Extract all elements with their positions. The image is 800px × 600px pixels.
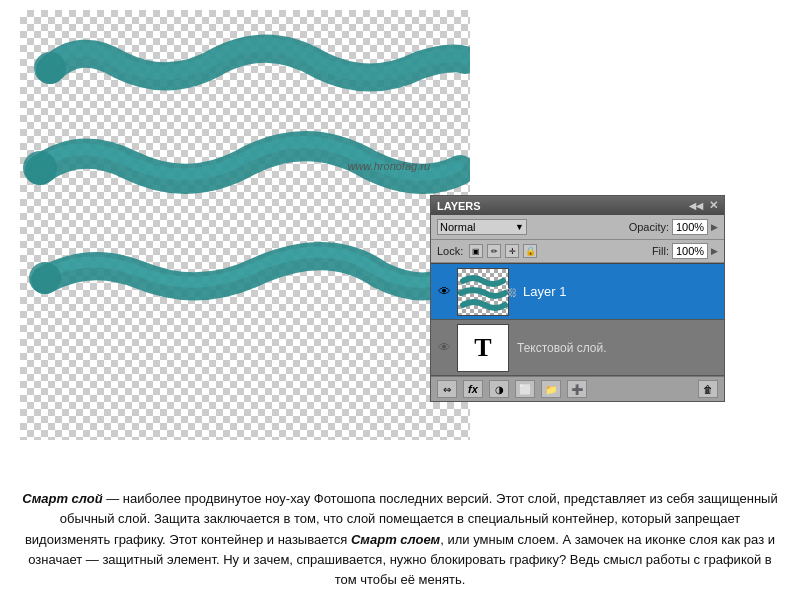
layers-list: 👁 ⛓ Layer 1 👁	[431, 263, 724, 376]
svg-point-1	[23, 151, 57, 185]
delete-layer-button[interactable]: 🗑	[698, 380, 718, 398]
lock-all-icon[interactable]: 🔒	[523, 244, 537, 258]
new-adjustment-button[interactable]: ◑	[489, 380, 509, 398]
link-layers-button[interactable]: ⇔	[437, 380, 457, 398]
text-layer-T-icon: T	[474, 333, 491, 363]
text-layer-thumbnail: T	[457, 324, 509, 372]
layer1-name: Layer 1	[523, 284, 720, 299]
body-text-area: Смарт слой — наиболее продвинутое ноу-ха…	[20, 489, 780, 590]
lock-fill-row: Lock: ▣ ✏ ✛ 🔒 Fill: 100% ▶	[431, 240, 724, 263]
canvas-area: www.hronofag.ru	[20, 10, 470, 440]
opacity-input[interactable]: 100%	[672, 219, 708, 235]
blend-mode-dropdown[interactable]: Normal ▼	[437, 219, 527, 235]
opacity-arrow-icon[interactable]: ▶	[711, 222, 718, 232]
opacity-control: Opacity: 100% ▶	[629, 219, 718, 235]
layers-panel-title: LAYERS	[437, 200, 481, 212]
lock-label: Lock:	[437, 245, 463, 257]
lock-icons-group: ▣ ✏ ✛ 🔒	[469, 244, 537, 258]
svg-point-2	[29, 262, 61, 294]
lock-brush-icon[interactable]: ✏	[487, 244, 501, 258]
layer1-chain-icon: ⛓	[507, 286, 517, 297]
svg-point-0	[34, 52, 66, 84]
body-text-paragraph: Смарт слой — наиболее продвинутое ноу-ха…	[20, 489, 780, 590]
layer1-visibility-icon[interactable]: 👁	[435, 283, 453, 301]
new-layer-button[interactable]: ➕	[567, 380, 587, 398]
fill-control: Fill: 100% ▶	[652, 243, 718, 259]
layers-panel: LAYERS ◀◀ ✕ Normal ▼ Opacity: 100% ▶ Loc…	[430, 195, 725, 402]
smart-layer-term: Смарт слоем	[351, 532, 440, 547]
layer1-thumb-svg	[458, 269, 508, 315]
lock-pixel-icon[interactable]: ▣	[469, 244, 483, 258]
panel-collapse-buttons[interactable]: ◀◀ ✕	[689, 199, 718, 212]
text-layer-visibility-icon[interactable]: 👁	[435, 339, 453, 357]
opacity-label: Opacity:	[629, 221, 669, 233]
new-group-button[interactable]: 📁	[541, 380, 561, 398]
layer1-thumbnail	[457, 268, 509, 316]
watermark-text: www.hronofag.ru	[347, 160, 430, 172]
blend-opacity-row: Normal ▼ Opacity: 100% ▶	[431, 215, 724, 240]
close-icon[interactable]: ✕	[709, 199, 718, 212]
lock-move-icon[interactable]: ✛	[505, 244, 519, 258]
layers-title-bar: LAYERS ◀◀ ✕	[431, 196, 724, 215]
layer-item-layer1[interactable]: 👁 ⛓ Layer 1	[431, 264, 724, 320]
brush-strokes-svg	[20, 10, 470, 440]
layer1-thumbnail-wrapper: ⛓	[457, 268, 509, 316]
blend-mode-value: Normal	[440, 221, 475, 233]
fill-arrow-icon[interactable]: ▶	[711, 246, 718, 256]
double-arrow-icon: ◀◀	[689, 201, 703, 211]
text-layer-name: Текстовой слой.	[517, 341, 720, 355]
layers-toolbar: ⇔ fx ◑ ⬜ 📁 ➕ 🗑	[431, 376, 724, 401]
layer-item-text[interactable]: 👁 T Текстовой слой.	[431, 320, 724, 376]
blend-mode-arrow-icon: ▼	[515, 222, 524, 232]
fill-input[interactable]: 100%	[672, 243, 708, 259]
fill-label: Fill:	[652, 245, 669, 257]
layer-fx-button[interactable]: fx	[463, 380, 483, 398]
add-mask-button[interactable]: ⬜	[515, 380, 535, 398]
smart-object-term: Смарт слой	[22, 491, 102, 506]
